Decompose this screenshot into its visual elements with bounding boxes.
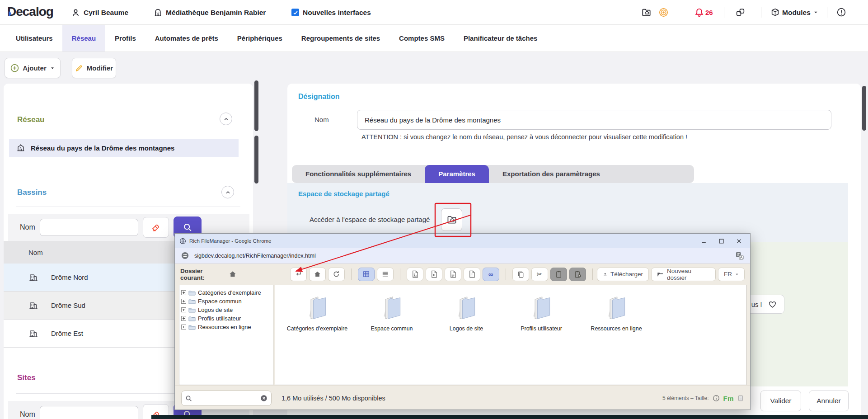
basins-clear-button[interactable] (143, 217, 169, 238)
open-storage-button[interactable] (441, 208, 462, 231)
expand-icon[interactable] (181, 299, 186, 304)
folder-tile[interactable]: Profils utilisateur (507, 295, 575, 332)
file-search-input[interactable] (195, 395, 258, 402)
list-view-button[interactable] (377, 268, 394, 281)
app-logo[interactable]: Decalog (7, 5, 53, 19)
add-button[interactable]: Ajouter (5, 58, 61, 78)
sidebar-scrollbar[interactable] (254, 80, 258, 131)
info-icon[interactable] (713, 395, 720, 402)
chevron-down-icon (735, 272, 739, 277)
tab-parametres[interactable]: Paramètres (425, 165, 489, 183)
tree-item[interactable]: Logos de site (181, 306, 271, 314)
folder-icon (447, 215, 457, 225)
folder-icon (188, 324, 196, 330)
modules-menu[interactable]: Modules (771, 0, 818, 25)
copy-button[interactable] (512, 268, 529, 281)
cancel-button[interactable]: Annuler (809, 391, 849, 411)
nav-peripheriques[interactable]: Périphériques (228, 25, 292, 52)
nav-profils[interactable]: Profils (105, 25, 145, 52)
cut-button[interactable]: ✂ (531, 268, 548, 281)
expand-icon[interactable] (181, 316, 186, 321)
network-section-title: Réseau (17, 115, 44, 124)
clear-search-icon[interactable] (260, 395, 267, 402)
folder-tile[interactable]: Ressources en ligne (582, 295, 650, 332)
current-folder-label: Dossier courant: (180, 268, 226, 281)
nav-automates[interactable]: Automates de prêts (145, 25, 228, 52)
header-divider (827, 7, 827, 18)
nav-reseau[interactable]: Réseau (62, 25, 105, 52)
tree-item[interactable]: Espace commun (181, 297, 271, 306)
network-name-input[interactable] (357, 110, 831, 130)
network-building-icon (16, 143, 25, 152)
sites-filter-input[interactable] (40, 406, 138, 419)
folder-tile[interactable]: Catégories d'exemplaire (283, 295, 351, 332)
main-scrollbar[interactable] (862, 86, 866, 131)
file-grid: Catégories d'exemplaire Espace commun Lo… (275, 285, 746, 385)
filter-archives-button[interactable] (464, 268, 480, 281)
window-titlebar[interactable]: Rich FileManager - Google Chrome (175, 234, 750, 248)
new-folder-button[interactable]: Nouveau dossier (651, 268, 716, 281)
shared-folder-icon[interactable] (642, 8, 651, 17)
paste-button[interactable] (550, 268, 567, 281)
tree-item[interactable]: Catégories d'exemplaire (181, 288, 271, 297)
header-divider (724, 7, 724, 18)
tree-item[interactable]: Profils utilisateur (181, 314, 271, 323)
browser-urlbar: sigbdev.decalog.net/RichFilemanager/inde… (175, 248, 750, 264)
site-settings-icon[interactable] (181, 252, 189, 259)
about-icon[interactable] (837, 8, 846, 17)
nav-regroupements[interactable]: Regroupements de sites (292, 25, 389, 52)
home-folder-icon[interactable] (229, 270, 237, 278)
current-user[interactable]: Cyril Beaume (71, 0, 128, 25)
heart-icon (768, 300, 777, 309)
close-button[interactable] (736, 238, 742, 244)
links-icon[interactable] (736, 8, 745, 17)
fm-logo: Fm (723, 395, 734, 402)
tab-fonctionnalites[interactable]: Fonctionnalités supplémentaires (292, 165, 425, 183)
notifications-bell-icon[interactable] (694, 8, 704, 17)
modify-button[interactable]: Modifier (72, 58, 116, 78)
sidebar-scrollbar[interactable] (254, 136, 258, 184)
logo-mark-icon (8, 10, 14, 17)
collapse-network-button[interactable] (220, 113, 232, 125)
current-library[interactable]: Médiathèque Benjamin Rabier (154, 0, 266, 25)
minimize-button[interactable] (701, 238, 707, 244)
validate-button[interactable]: Valider (760, 391, 801, 411)
name-label: Nom (314, 116, 329, 123)
expand-icon[interactable] (181, 325, 186, 330)
rename-warning: ATTENTION : si vous changez le nom du ré… (361, 133, 687, 141)
upload-button[interactable]: Télécharger (597, 268, 649, 281)
tree-item[interactable]: Ressources en ligne (181, 323, 271, 331)
expand-icon[interactable] (181, 290, 186, 295)
network-selected-item[interactable]: Réseau du pays de la Drôme des montagnes (9, 139, 239, 157)
language-select[interactable]: FR (718, 268, 745, 281)
grid-view-button[interactable] (358, 268, 375, 281)
checkbox-checked-icon[interactable] (291, 9, 299, 16)
building-icon (28, 301, 38, 311)
go-home-button[interactable] (309, 268, 326, 281)
expand-icon[interactable] (181, 307, 186, 312)
nav-comptes-sms[interactable]: Comptes SMS (389, 25, 454, 52)
filter-videos-button[interactable] (426, 268, 442, 281)
folder-tree: Catégories d'exemplaire Espace commun Lo… (179, 285, 273, 385)
folder-tile[interactable]: Espace commun (358, 295, 426, 332)
url-text[interactable]: sigbdev.decalog.net/RichFilemanager/inde… (194, 253, 730, 259)
tab-exportation[interactable]: Exportation des paramètrages (489, 165, 614, 183)
go-parent-button[interactable] (290, 268, 307, 281)
storage-usage-text: 1,6 Mo utilisés / 500 Mo disponibles (282, 395, 385, 402)
basins-filter-input[interactable] (40, 219, 138, 236)
nav-utilisateurs[interactable]: Utilisateurs (6, 25, 62, 52)
maximize-button[interactable] (718, 238, 724, 244)
beacon-icon[interactable] (659, 8, 668, 17)
nav-planificateur[interactable]: Planificateur de tâches (454, 25, 547, 52)
refresh-button[interactable] (328, 268, 345, 281)
filter-images-button[interactable] (407, 268, 423, 281)
folder-tile[interactable]: Logos de site (432, 295, 500, 332)
translate-icon[interactable] (736, 252, 744, 260)
collapse-basins-button[interactable] (221, 186, 234, 198)
clear-clipboard-button[interactable] (569, 268, 586, 281)
filter-documents-button[interactable] (445, 268, 461, 281)
filter-all-button[interactable]: ∞ (483, 268, 499, 281)
basins-section-title: Bassins (17, 188, 47, 197)
new-interfaces-toggle[interactable]: Nouvelles interfaces (291, 0, 371, 25)
notification-count-badge[interactable]: 26 (705, 9, 713, 16)
